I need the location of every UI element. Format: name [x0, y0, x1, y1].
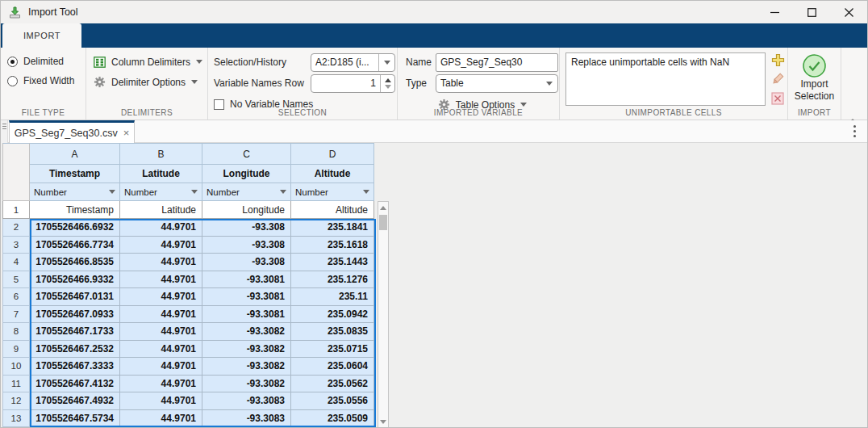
column-name[interactable]: Altitude	[291, 165, 374, 183]
data-cell[interactable]: -93.308	[202, 237, 291, 254]
data-cell[interactable]: -93.3082	[202, 376, 291, 393]
type-combo[interactable]: Table	[436, 74, 558, 93]
data-cell[interactable]: 235.0604	[291, 358, 374, 376]
close-button[interactable]	[830, 1, 867, 23]
selection-history-combo[interactable]: A2:D185 (i...	[311, 53, 395, 72]
combo-arrow-button[interactable]	[378, 54, 394, 71]
minimize-button[interactable]	[756, 1, 793, 23]
preview-cell[interactable]: Timestamp	[30, 201, 120, 219]
import-selection-button[interactable]: Import Selection	[788, 52, 841, 103]
column-type-dropdown[interactable]: Number	[202, 183, 291, 201]
data-cell[interactable]: 1705526467.4932	[30, 392, 120, 410]
add-rule-button[interactable]	[770, 52, 785, 67]
data-cell[interactable]: 1705526467.3333	[30, 358, 120, 376]
radio-fixed-width[interactable]: Fixed Width	[7, 71, 86, 90]
data-cell[interactable]: 44.9701	[120, 376, 202, 393]
tab-overflow-menu-icon[interactable]	[853, 125, 856, 137]
preview-cell[interactable]: Altitude	[291, 201, 374, 219]
spin-down-icon[interactable]	[385, 85, 391, 89]
data-cell[interactable]: 235.0835	[291, 323, 374, 341]
data-cell[interactable]: 44.9701	[120, 254, 202, 271]
row-number[interactable]: 4	[2, 254, 30, 271]
data-cell[interactable]: -93.3083	[202, 410, 291, 428]
data-cell[interactable]: 235.0556	[291, 392, 374, 410]
data-cell[interactable]: 44.9701	[120, 219, 202, 237]
data-cell[interactable]: 235.0942	[291, 306, 374, 324]
data-cell[interactable]: -93.3081	[202, 306, 291, 324]
unimportable-rules-list[interactable]: Replace unimportable cells with NaN	[565, 52, 766, 106]
column-name[interactable]: Longitude	[202, 165, 291, 183]
column-letter[interactable]: D	[291, 143, 374, 165]
spinner-buttons[interactable]	[380, 75, 394, 92]
data-cell[interactable]: 1705526467.2532	[30, 341, 120, 359]
data-cell[interactable]: 1705526467.0131	[30, 288, 120, 306]
data-cell[interactable]: 44.9701	[120, 358, 202, 376]
preview-cell[interactable]: Longitude	[202, 201, 291, 219]
data-cell[interactable]: 1705526467.0933	[30, 306, 120, 324]
data-cell[interactable]: -93.3082	[202, 341, 291, 359]
data-cell[interactable]: 235.11	[291, 288, 374, 306]
data-cell[interactable]: -93.3081	[202, 288, 291, 306]
variable-names-row-spinner[interactable]: 1	[311, 74, 395, 93]
radio-fixed-width-control[interactable]	[7, 76, 18, 86]
row-number[interactable]: 13	[2, 410, 30, 428]
row-number[interactable]: 12	[2, 392, 30, 410]
vertical-scrollbar[interactable]	[378, 201, 389, 428]
row-number[interactable]: 11	[2, 376, 30, 393]
column-name[interactable]: Timestamp	[30, 165, 120, 183]
data-cell[interactable]: 235.0562	[291, 376, 374, 393]
data-cell[interactable]: -93.3082	[202, 323, 291, 341]
data-cell[interactable]: 44.9701	[120, 271, 202, 289]
data-cell[interactable]: -93.3082	[202, 358, 291, 376]
row-number[interactable]: 7	[2, 306, 30, 324]
data-cell[interactable]: 1705526467.4132	[30, 376, 120, 393]
data-cell[interactable]: 1705526466.6932	[30, 219, 120, 237]
data-cell[interactable]: 235.1443	[291, 254, 374, 271]
row-number[interactable]: 5	[2, 271, 30, 289]
data-cell[interactable]: 1705526467.5734	[30, 410, 120, 428]
data-cell[interactable]: 44.9701	[120, 341, 202, 359]
data-cell[interactable]: 44.9701	[120, 306, 202, 324]
delete-rule-button[interactable]	[770, 91, 785, 106]
row-number[interactable]: 9	[2, 341, 30, 359]
data-cell[interactable]: 235.1841	[291, 219, 374, 237]
scroll-down-button[interactable]	[378, 417, 388, 427]
data-cell[interactable]: 1705526466.7734	[30, 237, 120, 254]
variable-name-input[interactable]	[436, 53, 558, 72]
row-number[interactable]: 8	[2, 323, 30, 341]
row-number[interactable]: 3	[2, 237, 30, 254]
column-delimiters-dropdown[interactable]: Column Delimiters	[94, 52, 207, 72]
collapse-ribbon-icon[interactable]	[848, 105, 858, 113]
data-cell[interactable]: 235.1276	[291, 271, 374, 289]
data-cell[interactable]: 44.9701	[120, 323, 202, 341]
data-cell[interactable]: 1705526466.9332	[30, 271, 120, 289]
column-type-dropdown[interactable]: Number	[30, 183, 120, 201]
radio-delimited-control[interactable]	[7, 57, 18, 67]
data-cell[interactable]: 44.9701	[120, 392, 202, 410]
data-cell[interactable]: 44.9701	[120, 410, 202, 428]
preview-cell[interactable]: Latitude	[120, 201, 202, 219]
row-number[interactable]: 6	[2, 288, 30, 306]
data-cell[interactable]: -93.3081	[202, 271, 291, 289]
edit-rule-button[interactable]	[770, 72, 785, 86]
combo-arrow-button[interactable]	[541, 75, 557, 92]
data-cell[interactable]: 44.9701	[120, 237, 202, 254]
data-cell[interactable]: 44.9701	[120, 288, 202, 306]
data-cell[interactable]: -93.308	[202, 219, 291, 237]
column-letter[interactable]: B	[120, 143, 202, 165]
column-letter[interactable]: C	[202, 143, 291, 165]
data-cell[interactable]: 1705526467.1733	[30, 323, 120, 341]
scrollbar-thumb[interactable]	[379, 215, 387, 230]
row-number[interactable]: 2	[2, 219, 30, 237]
row-number[interactable]: 10	[2, 358, 30, 376]
data-cell[interactable]: 1705526466.8535	[30, 254, 120, 271]
data-cell[interactable]: 235.0509	[291, 410, 374, 428]
delimiter-options-dropdown[interactable]: Delimiter Options	[94, 72, 207, 92]
spin-up-icon[interactable]	[385, 78, 391, 82]
tab-close-icon[interactable]: ×	[123, 127, 130, 139]
row-number[interactable]: 1	[2, 201, 30, 219]
radio-delimited[interactable]: Delimited	[7, 52, 86, 71]
column-letter[interactable]: A	[30, 143, 120, 165]
data-cell[interactable]: -93.308	[202, 254, 291, 271]
maximize-button[interactable]	[793, 1, 830, 23]
